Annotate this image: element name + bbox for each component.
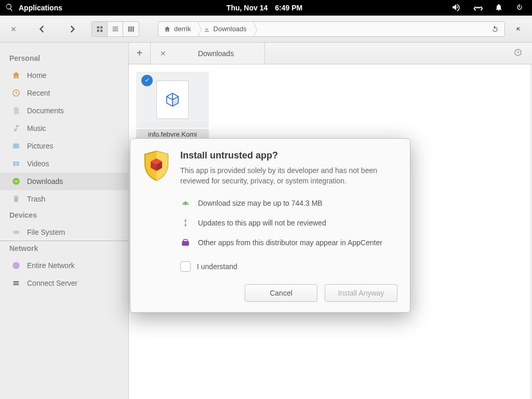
sidebar-item-connect-server[interactable]: Connect Server [0, 274, 128, 292]
svg-rect-19 [182, 241, 189, 246]
understand-label: I understand [197, 262, 237, 271]
dialog-body: This app is provided solely by its devel… [180, 165, 397, 187]
sidebar-item-videos[interactable]: Videos [0, 155, 128, 172]
sidebar-header-devices: Devices [0, 208, 128, 223]
tab-close-icon[interactable]: ✕ [160, 49, 166, 58]
sidebar-item-filesystem[interactable]: File System [0, 223, 128, 241]
shield-warning-icon [143, 150, 170, 181]
svg-rect-2 [97, 30, 99, 32]
button-label: Install Anyway [338, 289, 384, 297]
svg-rect-5 [112, 28, 118, 29]
sidebar-item-downloads[interactable]: Downloads [0, 172, 128, 190]
search-icon[interactable] [5, 3, 14, 13]
network-icon[interactable]: ‹···› [473, 3, 482, 14]
scrollbar[interactable] [530, 64, 532, 399]
view-list-icon[interactable] [108, 22, 123, 36]
view-columns-icon[interactable] [123, 22, 139, 36]
selected-check-icon [141, 75, 153, 86]
sidebar-item-label: Connect Server [27, 279, 77, 287]
view-mode-switcher[interactable] [91, 21, 139, 37]
svg-rect-3 [100, 30, 102, 32]
view-grid-icon[interactable] [92, 22, 108, 36]
svg-rect-9 [132, 26, 134, 32]
sidebar-item-trash[interactable]: Trash [0, 190, 128, 208]
cancel-button[interactable]: Cancel [245, 284, 317, 302]
path-bar[interactable]: derrik Downloads [158, 21, 505, 37]
install-anyway-button[interactable]: Install Anyway [325, 284, 397, 302]
sidebar-item-recent[interactable]: Recent [0, 84, 128, 102]
sidebar-item-label: Documents [27, 107, 64, 115]
breadcrumb-downloads[interactable]: Downloads [198, 22, 254, 36]
svg-rect-7 [128, 26, 130, 32]
clock-icon [11, 88, 21, 98]
breadcrumb-label: Downloads [214, 25, 247, 33]
sidebar-item-pictures[interactable]: Pictures [0, 137, 128, 155]
tab-downloads[interactable]: ✕ Downloads [151, 43, 265, 64]
sidebar-item-label: Entire Network [27, 261, 75, 270]
dialog-row-text: Updates to this app will not be reviewed [198, 219, 326, 227]
sidebar-item-label: Recent [27, 89, 50, 97]
sidebar-item-label: File System [27, 228, 65, 236]
understand-checkbox[interactable] [180, 261, 191, 272]
svg-rect-16 [14, 281, 19, 283]
svg-rect-6 [112, 30, 118, 31]
volume-icon[interactable] [451, 3, 461, 14]
button-label: Cancel [270, 289, 292, 297]
unmaximize-icon[interactable] [509, 20, 528, 38]
sidebar-item-music[interactable]: Music [0, 119, 128, 137]
svg-rect-14 [13, 231, 19, 234]
updates-warning-icon [180, 218, 191, 228]
svg-rect-4 [112, 26, 118, 28]
server-icon [11, 278, 21, 288]
refresh-icon[interactable] [486, 25, 504, 33]
globe-icon [11, 261, 21, 270]
applications-menu[interactable]: Applications [19, 4, 62, 12]
svg-point-15 [12, 262, 20, 269]
back-button[interactable] [32, 20, 51, 38]
breadcrumb-label: derrik [174, 25, 191, 33]
notifications-icon[interactable] [495, 3, 503, 13]
new-tab-button[interactable]: + [129, 43, 151, 64]
sidebar-item-home[interactable]: Home [0, 66, 128, 84]
sidebar-item-label: Trash [27, 195, 45, 203]
svg-rect-0 [97, 26, 99, 28]
sidebar-item-label: Videos [27, 159, 49, 168]
file-item[interactable]: info.febvre.Komi [136, 72, 209, 140]
drive-icon [11, 228, 21, 237]
trash-icon [11, 194, 21, 204]
document-icon [11, 106, 21, 115]
tab-label: Downloads [198, 49, 234, 58]
forward-button[interactable] [63, 20, 82, 38]
dialog-title: Install untrusted app? [180, 150, 397, 161]
downloads-icon [11, 177, 21, 186]
svg-rect-8 [130, 26, 132, 32]
panel-time[interactable]: 6:49 PM [275, 4, 302, 12]
home-icon [11, 71, 21, 80]
svg-rect-1 [100, 26, 102, 28]
svg-point-13 [12, 178, 20, 185]
close-window-icon[interactable] [4, 20, 23, 38]
svg-rect-11 [13, 143, 19, 148]
sidebar-item-label: Downloads [27, 177, 63, 185]
sidebar-item-network[interactable]: Entire Network [0, 257, 128, 274]
pictures-icon [11, 141, 21, 151]
dialog-row-text: Download size may be up to 744.3 MB [198, 199, 323, 207]
download-size-icon [180, 198, 191, 208]
breadcrumb-home[interactable]: derrik [158, 22, 198, 36]
music-icon [11, 124, 21, 133]
sidebar-item-label: Music [27, 124, 46, 132]
sidebar-header-personal: Personal [0, 51, 128, 66]
dialog-row-text: Other apps from this distributor may app… [198, 238, 382, 247]
videos-icon [11, 159, 21, 168]
history-icon[interactable] [513, 48, 523, 59]
sidebar-item-label: Pictures [27, 142, 54, 150]
panel-date[interactable]: Thu, Nov 14 [227, 4, 268, 12]
power-icon[interactable] [515, 3, 524, 13]
sidebar-header-network: Network [0, 241, 128, 257]
sidebar-item-label: Home [27, 71, 46, 79]
sidebar-item-documents[interactable]: Documents [0, 102, 128, 119]
appcenter-icon [180, 237, 191, 248]
svg-rect-17 [14, 284, 19, 286]
install-untrusted-dialog: Install untrusted app? This app is provi… [130, 138, 410, 313]
